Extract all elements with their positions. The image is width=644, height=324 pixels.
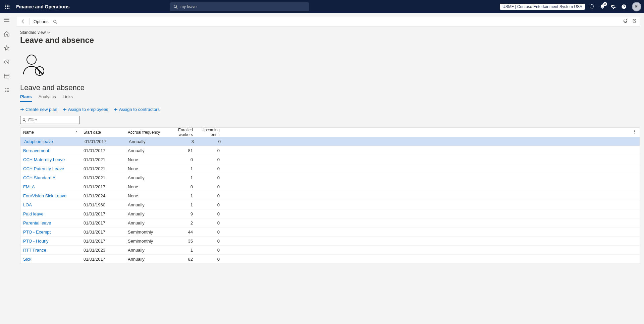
svg-rect-5 [9,6,10,7]
svg-rect-0 [5,4,6,5]
waffle-icon[interactable] [3,2,12,11]
user-avatar[interactable]: SI [632,2,641,11]
notif-count: 2 [603,2,607,6]
copilot-icon[interactable] [588,3,596,11]
settings-icon[interactable] [609,3,617,11]
company-badge[interactable]: USMF | Contoso Entertainment System USA [500,4,585,10]
svg-rect-1 [7,4,8,5]
svg-rect-4 [7,6,8,7]
svg-rect-6 [5,8,6,9]
help-icon[interactable] [620,3,628,11]
svg-rect-2 [9,4,10,5]
global-search[interactable] [170,2,309,11]
svg-rect-8 [9,8,10,9]
app-title: Finance and Operations [16,4,69,9]
svg-rect-7 [7,8,8,9]
notifications-icon[interactable]: 2 [598,3,606,11]
global-search-input[interactable] [180,4,306,9]
svg-rect-3 [5,6,6,7]
